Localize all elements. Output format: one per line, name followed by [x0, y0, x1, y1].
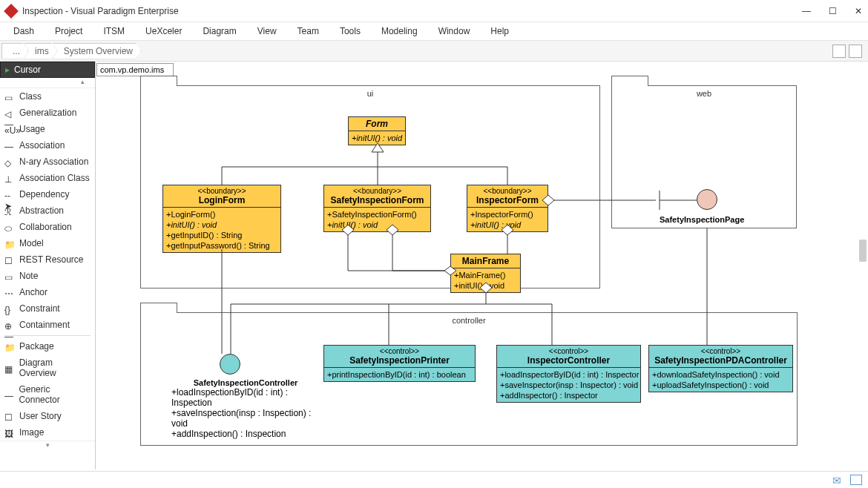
titlebar: Inspection - Visual Paradigm Enterprise … — [0, 0, 868, 22]
close-button[interactable]: ✕ — [855, 6, 862, 16]
palette-containment[interactable]: ⊕—Containment — [0, 317, 95, 333]
palette-constraint[interactable]: {}Constraint — [0, 300, 95, 317]
palette-cursor[interactable]: ▸ Cursor — [0, 62, 95, 78]
menu-tools[interactable]: Tools — [340, 26, 361, 36]
toolbar-icon-a[interactable] — [832, 44, 846, 58]
palette-item-icon: ℛ — [4, 207, 15, 214]
class-inspectorform[interactable]: <<boundary>>InspectorForm +InspectorForm… — [467, 185, 548, 232]
menu-window[interactable]: Window — [438, 26, 470, 36]
mail-icon[interactable]: ✉ — [832, 475, 844, 485]
palette-item-icon: ⋯ — [4, 288, 15, 296]
menu-help[interactable]: Help — [490, 26, 509, 36]
palette-item-icon: 📁 — [4, 343, 15, 350]
palette-item-icon: ⬭ — [4, 223, 15, 231]
palette-association-class[interactable]: ⊥Association Class — [0, 170, 95, 186]
palette-scroll-down[interactable]: ▾ — [0, 441, 95, 451]
tool-palette: ▸ Cursor ▭Class◁—Generalization«U»Usage—… — [0, 62, 96, 469]
palette-item-icon: --➤ — [4, 191, 15, 198]
class-safetyinspectionpage[interactable] — [697, 189, 717, 210]
scrollbar-thumb[interactable] — [859, 240, 867, 262]
palette-abstraction[interactable]: ℛAbstraction — [0, 202, 95, 219]
palette-dependency[interactable]: --➤Dependency — [0, 186, 95, 202]
palette-note[interactable]: ▭Note — [0, 268, 95, 284]
palette-anchor[interactable]: ⋯Anchor — [0, 284, 95, 300]
minimize-button[interactable]: — — [802, 6, 811, 16]
menu-project[interactable]: Project — [55, 26, 82, 36]
palette-item-icon: 🖼 — [4, 429, 15, 436]
palette-generalization[interactable]: ◁—Generalization — [0, 105, 95, 121]
palette-item-icon: ▭ — [4, 272, 15, 280]
window-title: Inspection - Visual Paradigm Enterprise — [22, 6, 802, 16]
package-path-input[interactable] — [96, 63, 174, 76]
palette-item-icon: — — [4, 142, 15, 149]
palette-user-story[interactable]: ☐User Story — [0, 408, 95, 424]
palette-scroll-up[interactable] — [0, 78, 95, 88]
palette-item-icon: — — [4, 391, 14, 398]
palette-item-icon: ▦ — [4, 364, 15, 372]
class-safetyinspectionform[interactable]: <<boundary>>SafetyInspectionForm +Safety… — [323, 185, 431, 232]
menu-dash[interactable]: Dash — [13, 26, 34, 36]
menubar: Dash Project ITSM UeXceler Diagram View … — [0, 22, 868, 41]
app-logo-icon — [4, 4, 19, 19]
label-sic: SafetyInspectionController — [164, 378, 327, 387]
page-icon[interactable] — [850, 475, 862, 485]
menu-uexceler[interactable]: UeXceler — [145, 26, 182, 36]
breadcrumb-ims[interactable]: ims — [24, 43, 57, 59]
breadcrumb-root[interactable]: ... — [1, 43, 28, 59]
palette-rest-resource[interactable]: ☐REST Resource — [0, 251, 95, 268]
diagram-canvas-wrap: ui web controller Form +initUI() : void … — [96, 62, 868, 469]
palette-item-icon: «U» — [4, 125, 15, 133]
palette-collaboration[interactable]: ⬭Collaboration — [0, 219, 95, 235]
class-loginform[interactable]: <<boundary>>LoginForm +LoginForm() +init… — [162, 185, 281, 253]
palette-image[interactable]: 🖼Image — [0, 424, 95, 441]
menu-view[interactable]: View — [257, 26, 277, 36]
menu-itsm[interactable]: ITSM — [103, 26, 125, 36]
palette-item-icon: ⊥ — [4, 174, 15, 182]
class-mainframe[interactable]: MainFrame +MainFrame() +initUI() : void — [450, 254, 521, 293]
cursor-icon: ▸ — [5, 65, 10, 75]
palette-item-icon: ☐ — [4, 412, 15, 420]
menu-diagram[interactable]: Diagram — [203, 26, 236, 36]
label-safetyinspectionpage: SafetyInspectionPage — [660, 215, 744, 224]
palette-diagram-overview[interactable]: ▦Diagram Overview — [0, 355, 95, 381]
palette-n-ary-association[interactable]: ◇N-ary Association — [0, 154, 95, 170]
breadcrumb-bar: ... ims System Overview — [0, 41, 868, 62]
class-form[interactable]: Form +initUI() : void — [348, 116, 406, 145]
palette-model[interactable]: 📁Model — [0, 235, 95, 251]
palette-class[interactable]: ▭Class — [0, 88, 95, 105]
toolbar-icon-b[interactable] — [849, 44, 862, 58]
statusbar: ✉ — [0, 471, 868, 488]
class-pdacontroller[interactable]: <<control>>SafetyInspectionPDAController… — [648, 345, 793, 392]
maximize-button[interactable]: ☐ — [829, 6, 837, 16]
palette-item-icon: ⊕— — [4, 321, 15, 329]
palette-package[interactable]: 📁Package — [0, 338, 95, 355]
breadcrumb-overview[interactable]: System Overview — [53, 43, 141, 59]
palette-generic-connector[interactable]: —Generic Connector — [0, 381, 95, 408]
palette-item-icon: 📁 — [4, 240, 15, 247]
palette-item-icon: ▭ — [4, 93, 15, 100]
palette-item-icon: ◁— — [4, 109, 15, 116]
diagram-canvas[interactable]: ui web controller Form +initUI() : void … — [96, 78, 868, 469]
menu-team[interactable]: Team — [297, 26, 319, 36]
palette-association[interactable]: —Association — [0, 137, 95, 154]
palette-item-icon: {} — [4, 305, 15, 312]
palette-item-icon: ◇ — [4, 158, 15, 165]
class-safetyinspectionprinter[interactable]: <<control>>SafetyInspectionPrinter +prin… — [323, 345, 476, 382]
menu-modeling[interactable]: Modeling — [381, 26, 418, 36]
palette-usage[interactable]: «U»Usage — [0, 121, 95, 137]
class-inspectorcontroller[interactable]: <<control>>InspectorController +loadInsp… — [496, 345, 641, 403]
palette-item-icon: ☐ — [4, 256, 15, 263]
class-safetyinspectioncontroller[interactable] — [220, 354, 240, 375]
